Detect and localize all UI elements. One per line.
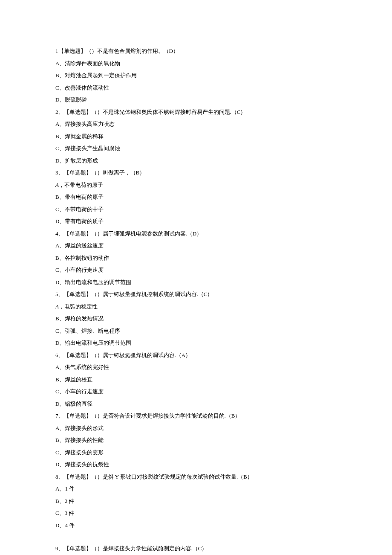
question-stem: 5、【单选题】（）属于铸极量弧焊机控制系统的调试内容.（C） xyxy=(55,290,337,299)
question-option: D、输出电流和电压的调节范围 xyxy=(55,278,337,287)
question-stem: 7、【单选题】（）是否符合设计要求是焊接接头力学性能试龄的目的.（B） xyxy=(55,412,337,420)
question-option: A、1 件 xyxy=(55,485,337,493)
question-option: D、输出电流和电压的调节范围 xyxy=(55,339,337,347)
question-stem: 9、【单选题】（）是焊接接头力学性能试舱测定的内容.（C） xyxy=(55,544,337,553)
question-stem: 3、【单选题】（）叫做离子，（B） xyxy=(55,169,337,177)
question-option: B、带有电荷的原子 xyxy=(55,193,337,201)
question-option: D、焊接接头的抗裂性 xyxy=(55,460,337,469)
question-option: C、改善液体的流动性 xyxy=(55,84,337,92)
question-option: B、焊就金属的稀释 xyxy=(55,132,337,141)
question-option: B、2 件 xyxy=(55,497,337,506)
question-option: A、供气系统的完好性 xyxy=(55,363,337,372)
question-option: D、脱硫脱磷 xyxy=(55,96,337,104)
question-option: C、3 件 xyxy=(55,509,337,517)
question-option: C、不带电荷的中子 xyxy=(55,205,337,214)
document-page: 1【单选题】（）不是有色金属熔剂的作用。（D） A、清除焊件表面的氧化物 B、对… xyxy=(0,0,392,555)
question-option: B、焊丝的校直 xyxy=(55,375,337,384)
question-option: D、扩散层的形成 xyxy=(55,157,337,165)
question-stem: 6、【单选题】（）属于铸极氮弧焊机的调试内容.（A） xyxy=(55,351,337,360)
question-option: D、4 件 xyxy=(55,521,337,530)
question-stem: 2、【单选题】（）不是珠光体钢和奥氏体不锈钢焊接时容易产生的问题.（C） xyxy=(55,108,337,116)
question-option: C、小车的行走速度 xyxy=(55,266,337,274)
question-option: A，电弧的稳定性 xyxy=(55,302,337,311)
question-option: D、带有电荷的质子 xyxy=(55,217,337,226)
question-option: AA，不带电荷的原子，不带电荷的原子 xyxy=(55,181,337,189)
question-option: A、清除焊件表面的氧化物 xyxy=(55,59,337,68)
question-option: C、焊接接头产生晶间腐蚀 xyxy=(55,144,337,153)
question-option: A、焊接接头高应力状态 xyxy=(55,120,337,128)
question-option: B、对熔池金属起到一定保护作用 xyxy=(55,71,337,80)
question-option: A、焊丝的送丝速度 xyxy=(55,241,337,250)
question-option: C、引弧、焊接、断电程序 xyxy=(55,327,337,335)
question-option: A、焊接接头的形式 xyxy=(55,424,337,433)
question-option: C、焊接接头的变形 xyxy=(55,448,337,457)
question-option: D、铝极的直径 xyxy=(55,400,337,408)
question-option: C、小车的行走速度 xyxy=(55,387,337,396)
question-stem: 8、【单选题】（）是斜 Y 形坡口对接裂纹试验规定的每次试验的试件数量.（B） xyxy=(55,473,337,481)
question-option: B、各控制按钮的动作 xyxy=(55,254,337,262)
question-option: B、焊枪的发热情况 xyxy=(55,314,337,323)
question-stem: 1【单选题】（）不是有色金属熔剂的作用。（D） xyxy=(55,47,337,55)
option-letter: A xyxy=(55,303,59,310)
question-stem: 4、【单选题】（）属于埋弧焊机电源参数的测试内容.（D） xyxy=(55,230,337,238)
question-option: B、焊接接头的性能 xyxy=(55,436,337,445)
option-letter: A xyxy=(55,182,59,188)
